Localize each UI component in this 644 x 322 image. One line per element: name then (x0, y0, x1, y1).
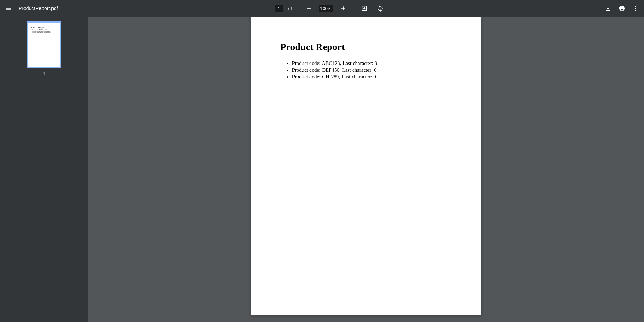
thumbnail-page-number: 1 (43, 71, 45, 76)
svg-point-1 (635, 8, 636, 9)
menu-icon[interactable] (3, 3, 14, 14)
divider (354, 5, 354, 11)
divider (298, 5, 298, 11)
more-icon[interactable] (630, 3, 641, 14)
list-item: Product code: GHI789, Last character: 9 (292, 74, 452, 80)
thumbnail-sidebar: Product Report Product code: ABC123, Las… (0, 17, 88, 322)
thumb-mini-title: Product Report (31, 26, 57, 28)
page-thumbnail[interactable]: Product Report Product code: ABC123, Las… (27, 21, 61, 68)
fit-page-icon[interactable] (359, 3, 370, 14)
thumb-mini-line: Product code: GHI789, Last character: 9 (33, 32, 57, 34)
list-item: Product code: ABC123, Last character: 3 (292, 60, 452, 67)
pdf-page: Product Report Product code: ABC123, Las… (251, 17, 481, 315)
document-list: Product code: ABC123, Last character: 3 … (280, 60, 452, 80)
list-item: Product code: DEF456, Last character: 6 (292, 67, 452, 74)
document-viewport[interactable]: Product Report Product code: ABC123, Las… (88, 17, 644, 322)
page-total: / 1 (288, 6, 293, 11)
print-icon[interactable] (616, 3, 627, 14)
zoom-in-icon[interactable] (338, 3, 349, 14)
svg-point-0 (635, 6, 636, 7)
svg-point-2 (635, 10, 636, 11)
download-icon[interactable] (603, 3, 614, 14)
page-number-input[interactable] (275, 5, 283, 12)
document-title: Product Report (280, 41, 452, 52)
zoom-level[interactable]: 100% (319, 5, 333, 12)
zoom-out-icon[interactable] (303, 3, 314, 14)
rotate-icon[interactable] (375, 3, 386, 14)
page-total-value: 1 (290, 6, 293, 11)
pdf-toolbar: ProductReport.pdf / 1 100% (0, 0, 644, 17)
file-name: ProductReport.pdf (17, 6, 58, 11)
